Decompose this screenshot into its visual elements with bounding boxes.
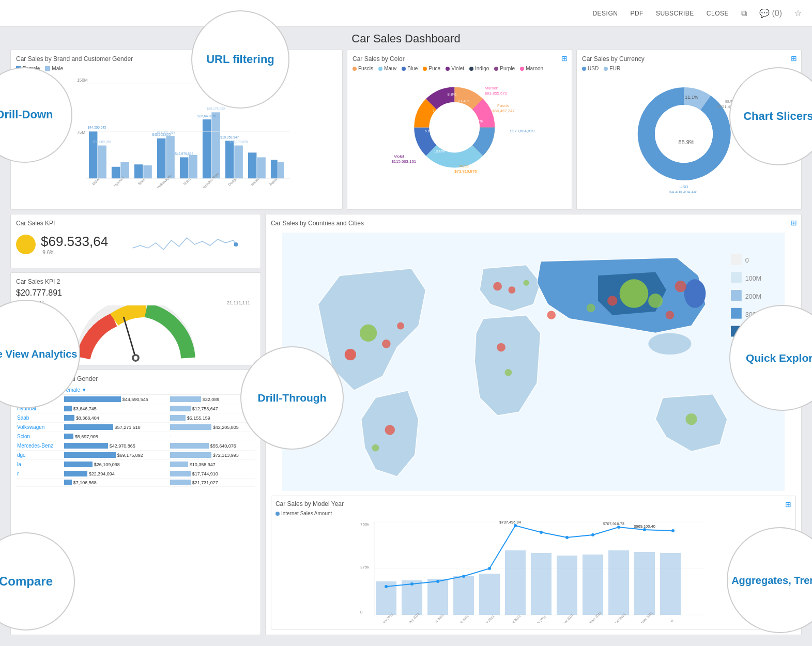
svg-point-132 [540,531,543,534]
donut-color-panel: Car Sales by Color ⊞ Fuscis Mauv Blue Pu… [347,50,572,210]
cell-male-bar: - [168,432,255,441]
svg-text:$10,359,947: $10,359,947 [220,135,239,139]
svg-point-89 [504,369,512,376]
svg-point-77 [372,444,379,452]
cell-female-bar: $7,106,568 [62,479,168,487]
cell-male-bar: $12,753,647 [168,404,255,413]
table-row: Mercedes-Benz $42,970,865 $55,640,076 [16,441,255,451]
cell-make: Hyundai [16,404,62,413]
donut-currency-icon[interactable]: ⊞ [791,54,797,63]
kpi2-min: 11,111,111 [21,300,44,305]
svg-point-72 [360,325,377,342]
map-icon[interactable]: ⊞ [791,219,797,227]
svg-text:$551,439,530: $551,439,530 [717,104,743,109]
pdf-button[interactable]: PDF [630,10,644,17]
svg-text:$42,970,665: $42,970,665 [175,152,193,156]
svg-point-128 [436,580,439,583]
svg-rect-123 [608,550,629,615]
svg-point-137 [671,529,675,532]
line-chart-svg: 750k 375k 0 [275,519,791,623]
close-button[interactable]: CLOSE [707,10,729,17]
svg-text:D: D [670,619,674,623]
table-row: la $26,109,098 $10,358,947 [16,460,255,469]
cell-male-bar: $72,313,993 [168,451,255,460]
svg-rect-99 [731,326,742,337]
cell-make: la [16,460,62,469]
svg-point-90 [685,413,697,425]
svg-text:$83,855,672: $83,855,672 [485,91,507,96]
svg-point-134 [591,533,594,536]
kpi1-circle [16,235,36,254]
svg-text:Maroon: Maroon [485,86,498,90]
svg-text:$737,496.94: $737,496.94 [499,520,521,525]
donut-color-icon[interactable]: ⊞ [561,54,568,63]
donut-currency-legend: USD EUR [582,66,796,71]
svg-rect-27 [271,160,278,179]
svg-rect-28 [278,162,284,179]
svg-text:$4,400,494,441: $4,400,494,441 [669,190,698,193]
cell-female-bar: $26,109,098 [62,460,168,469]
svg-point-129 [462,575,465,578]
kpi1-change: -9.6% [41,250,108,255]
cell-male-bar: $17,744,910 [168,469,255,479]
table-row: Saab $8,368,404 $5,155,159 [16,413,255,423]
svg-rect-17 [203,119,211,179]
svg-point-70 [648,333,691,355]
svg-text:750k: 750k [360,522,370,527]
svg-rect-25 [248,152,257,178]
col-female[interactable]: Female ▼ [62,386,255,395]
svg-text:$36,640,076: $36,640,076 [197,114,216,118]
table-row: Volkswagen $57,271,518 $42,205,805 [16,423,255,432]
svg-text:100M: 100M [745,275,761,282]
cell-make: Volkswagen [16,423,62,432]
col-make[interactable]: Car Make ▼ [16,386,62,395]
cell-female-bar: $42,970,865 [62,441,168,451]
star-icon[interactable]: ☆ [794,8,802,18]
cell-make: Saab [16,413,62,423]
kpi2-title: Car Sales KPI 2 [16,278,255,285]
bar-chart-title: Car Sales by Brand and Customer Gender [16,55,337,63]
svg-point-80 [524,280,529,286]
svg-point-75 [397,322,404,330]
top-bar: DESIGN PDF SUBSCRIBE CLOSE ⧉ 💬 (0) ☆ [0,0,812,27]
cell-male-bar: $32,089, [168,395,255,404]
cell-male-bar: $5,155,159 [168,413,255,423]
svg-text:6.6%: 6.6% [425,129,434,133]
line-chart-title: Car Sales by Model Year [275,500,791,507]
svg-point-74 [382,340,391,348]
svg-point-78 [493,282,502,291]
svg-rect-97 [731,308,742,319]
kpi2-gauge-svg [16,305,255,365]
kpi1-value: $69.533,64 [41,234,108,250]
line-chart-icon[interactable]: ⊞ [785,500,791,509]
cell-female-bar: $44,590,545 [62,395,168,404]
line-chart-legend: Internet Sales Amount [275,511,791,516]
svg-text:11.4%: 11.4% [458,99,469,103]
svg-point-133 [565,536,569,539]
svg-rect-116 [427,579,448,615]
svg-text:$73,816,876: $73,816,876 [454,169,477,174]
kpi1-values: $69.533,64 -9.6% [41,234,108,255]
world-map-svg: 0 100M 200M 300M 400M 500M ▲ ▼ [271,233,796,491]
cell-female-bar: $57,271,518 [62,423,168,432]
cell-female-bar: $5,697,905 [62,432,168,441]
svg-rect-26 [257,157,266,178]
cell-female-bar: $8,368,404 [62,413,168,423]
table-panel: Car Sales, Brand and Gender Car Make ▼ F… [10,370,261,635]
svg-text:$44,590,545: $44,590,545 [88,126,106,129]
layers-icon[interactable]: ⧉ [741,9,747,18]
svg-point-73 [345,349,356,360]
svg-point-87 [666,311,675,319]
svg-text:200M: 200M [745,293,761,300]
svg-text:7.0%: 7.0% [432,109,441,113]
svg-rect-10 [157,139,166,179]
design-button[interactable]: DESIGN [592,10,618,17]
subscribe-button[interactable]: SUBSCRIBE [656,10,694,17]
svg-text:April 2011: April 2011 [456,614,470,623]
donut-color-title: Car Sales by Color [353,55,566,63]
svg-rect-21 [225,141,234,178]
bar-chart-legend: Female Male [16,66,337,71]
comment-icon[interactable]: 💬 (0) [759,8,782,18]
svg-point-68 [134,356,137,360]
svg-text:12.7%: 12.7% [456,144,468,148]
